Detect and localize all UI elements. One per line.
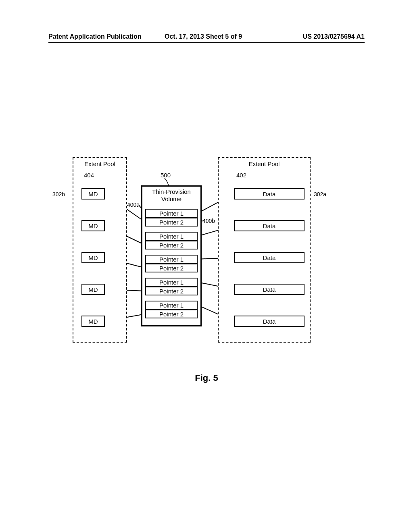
figure-caption: Fig. 5 — [0, 373, 413, 383]
pointer2: Pointer 2 — [145, 241, 198, 249]
header-rule — [48, 42, 365, 43]
pointer1: Pointer 1 — [145, 209, 198, 218]
data-box: Data — [234, 252, 305, 263]
center-title: Thin-Provision Volume — [142, 188, 200, 203]
right-pool-ref: 402 — [236, 172, 246, 179]
right-pool-title: Extent Pool — [219, 160, 310, 167]
header-center: Oct. 17, 2013 Sheet 5 of 9 — [165, 33, 242, 40]
pointer1: Pointer 1 — [145, 255, 198, 264]
left-pool-title: Extent Pool — [73, 160, 126, 167]
center-ref: 500 — [161, 172, 171, 179]
header-left: Patent Application Publication — [48, 33, 142, 40]
header-right: US 2013/0275694 A1 — [303, 33, 365, 40]
pointer1: Pointer 1 — [145, 278, 198, 287]
md-box: MD — [81, 220, 105, 231]
annot-400b: 400b — [202, 218, 215, 224]
left-pool-ref: 404 — [84, 172, 94, 179]
pointer2: Pointer 2 — [145, 264, 198, 272]
data-box: Data — [234, 188, 305, 200]
annot-302b: 302b — [52, 191, 65, 197]
data-box: Data — [234, 220, 305, 231]
annot-400a: 400a — [127, 202, 140, 208]
md-box: MD — [81, 252, 105, 263]
pointer2: Pointer 2 — [145, 218, 198, 227]
figure-5-diagram: Extent Pool 404 Extent Pool 402 Thin-Pro… — [73, 157, 311, 347]
md-box: MD — [81, 316, 105, 327]
annot-302a: 302a — [314, 191, 326, 197]
data-box: Data — [234, 316, 305, 327]
md-box: MD — [81, 188, 105, 200]
md-box: MD — [81, 284, 105, 295]
data-box: Data — [234, 284, 305, 295]
right-extent-pool: Extent Pool — [218, 157, 311, 343]
pointer2: Pointer 2 — [145, 310, 198, 318]
left-extent-pool: Extent Pool — [73, 157, 127, 343]
pointer1: Pointer 1 — [145, 232, 198, 241]
pointer1: Pointer 1 — [145, 301, 198, 310]
pointer2: Pointer 2 — [145, 287, 198, 295]
